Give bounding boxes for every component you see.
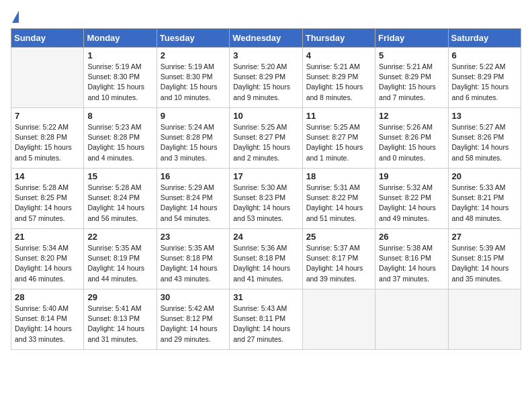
calendar-cell: 15Sunrise: 5:28 AMSunset: 8:24 PMDayligh… — [84, 169, 157, 229]
day-number: 3 — [233, 50, 298, 60]
cell-info: Sunrise: 5:19 AMSunset: 8:30 PMDaylight:… — [161, 62, 226, 103]
calendar-cell: 22Sunrise: 5:35 AMSunset: 8:19 PMDayligh… — [84, 229, 157, 289]
day-number: 8 — [87, 111, 152, 121]
calendar-table: SundayMondayTuesdayWednesdayThursdayFrid… — [11, 28, 521, 350]
day-number: 15 — [87, 171, 152, 181]
cell-info: Sunrise: 5:21 AMSunset: 8:29 PMDaylight:… — [379, 62, 444, 103]
cell-info: Sunrise: 5:32 AMSunset: 8:22 PMDaylight:… — [379, 183, 444, 224]
calendar-cell: 3Sunrise: 5:20 AMSunset: 8:29 PMDaylight… — [230, 48, 302, 108]
calendar-week-5: 28Sunrise: 5:40 AMSunset: 8:14 PMDayligh… — [11, 289, 521, 350]
day-number: 17 — [233, 171, 298, 181]
calendar-cell: 28Sunrise: 5:40 AMSunset: 8:14 PMDayligh… — [11, 289, 84, 350]
cell-info: Sunrise: 5:24 AMSunset: 8:28 PMDaylight:… — [161, 122, 226, 163]
cell-info: Sunrise: 5:39 AMSunset: 8:15 PMDaylight:… — [452, 243, 517, 284]
cell-info: Sunrise: 5:38 AMSunset: 8:16 PMDaylight:… — [379, 243, 444, 284]
day-number: 18 — [306, 171, 371, 181]
cell-info: Sunrise: 5:19 AMSunset: 8:30 PMDaylight:… — [87, 62, 152, 103]
calendar-cell: 7Sunrise: 5:22 AMSunset: 8:28 PMDaylight… — [11, 108, 84, 169]
day-number: 11 — [306, 111, 371, 121]
cell-info: Sunrise: 5:43 AMSunset: 8:11 PMDaylight:… — [233, 304, 298, 345]
page-header — [11, 11, 521, 23]
cell-info: Sunrise: 5:36 AMSunset: 8:18 PMDaylight:… — [233, 243, 298, 284]
calendar-cell: 8Sunrise: 5:23 AMSunset: 8:28 PMDaylight… — [84, 108, 157, 169]
logo-triangle-icon — [12, 11, 19, 23]
column-header-wednesday: Wednesday — [230, 29, 302, 48]
cell-info: Sunrise: 5:21 AMSunset: 8:29 PMDaylight:… — [306, 62, 371, 103]
cell-info: Sunrise: 5:25 AMSunset: 8:27 PMDaylight:… — [233, 122, 298, 163]
calendar-cell — [448, 289, 521, 350]
cell-info: Sunrise: 5:28 AMSunset: 8:24 PMDaylight:… — [87, 183, 152, 224]
cell-info: Sunrise: 5:23 AMSunset: 8:28 PMDaylight:… — [87, 122, 152, 163]
column-header-sunday: Sunday — [11, 29, 84, 48]
column-header-friday: Friday — [375, 29, 448, 48]
day-number: 2 — [161, 50, 226, 60]
cell-info: Sunrise: 5:40 AMSunset: 8:14 PMDaylight:… — [15, 304, 80, 345]
column-header-monday: Monday — [84, 29, 157, 48]
day-number: 10 — [233, 111, 298, 121]
day-number: 21 — [15, 232, 80, 242]
day-number: 1 — [87, 50, 152, 60]
cell-info: Sunrise: 5:29 AMSunset: 8:24 PMDaylight:… — [161, 183, 226, 224]
calendar-cell: 5Sunrise: 5:21 AMSunset: 8:29 PMDaylight… — [375, 48, 448, 108]
day-number: 7 — [15, 111, 80, 121]
calendar-cell: 2Sunrise: 5:19 AMSunset: 8:30 PMDaylight… — [157, 48, 229, 108]
cell-info: Sunrise: 5:37 AMSunset: 8:17 PMDaylight:… — [306, 243, 371, 284]
day-number: 24 — [233, 232, 298, 242]
calendar-cell: 31Sunrise: 5:43 AMSunset: 8:11 PMDayligh… — [230, 289, 302, 350]
calendar-cell: 6Sunrise: 5:22 AMSunset: 8:29 PMDaylight… — [448, 48, 521, 108]
day-number: 23 — [161, 232, 226, 242]
day-number: 25 — [306, 232, 371, 242]
column-header-tuesday: Tuesday — [157, 29, 229, 48]
calendar-cell: 29Sunrise: 5:41 AMSunset: 8:13 PMDayligh… — [84, 289, 157, 350]
day-number: 20 — [452, 171, 517, 181]
calendar-cell: 13Sunrise: 5:27 AMSunset: 8:26 PMDayligh… — [448, 108, 521, 169]
calendar-cell — [302, 289, 375, 350]
cell-info: Sunrise: 5:33 AMSunset: 8:21 PMDaylight:… — [452, 183, 517, 224]
cell-info: Sunrise: 5:30 AMSunset: 8:23 PMDaylight:… — [233, 183, 298, 224]
day-number: 9 — [161, 111, 226, 121]
calendar-week-2: 7Sunrise: 5:22 AMSunset: 8:28 PMDaylight… — [11, 108, 521, 169]
cell-info: Sunrise: 5:26 AMSunset: 8:26 PMDaylight:… — [379, 122, 444, 163]
cell-info: Sunrise: 5:31 AMSunset: 8:22 PMDaylight:… — [306, 183, 371, 224]
calendar-cell: 17Sunrise: 5:30 AMSunset: 8:23 PMDayligh… — [230, 169, 302, 229]
cell-info: Sunrise: 5:28 AMSunset: 8:25 PMDaylight:… — [15, 183, 80, 224]
calendar-cell: 11Sunrise: 5:25 AMSunset: 8:27 PMDayligh… — [302, 108, 375, 169]
day-number: 14 — [15, 171, 80, 181]
cell-info: Sunrise: 5:22 AMSunset: 8:28 PMDaylight:… — [15, 122, 80, 163]
calendar-cell: 16Sunrise: 5:29 AMSunset: 8:24 PMDayligh… — [157, 169, 229, 229]
cell-info: Sunrise: 5:34 AMSunset: 8:20 PMDaylight:… — [15, 243, 80, 284]
day-number: 31 — [233, 292, 298, 302]
cell-info: Sunrise: 5:25 AMSunset: 8:27 PMDaylight:… — [306, 122, 371, 163]
day-number: 30 — [161, 292, 226, 302]
cell-info: Sunrise: 5:22 AMSunset: 8:29 PMDaylight:… — [452, 62, 517, 103]
day-number: 6 — [452, 50, 517, 60]
cell-info: Sunrise: 5:42 AMSunset: 8:12 PMDaylight:… — [161, 304, 226, 345]
calendar-cell: 4Sunrise: 5:21 AMSunset: 8:29 PMDaylight… — [302, 48, 375, 108]
cell-info: Sunrise: 5:41 AMSunset: 8:13 PMDaylight:… — [87, 304, 152, 345]
calendar-cell: 30Sunrise: 5:42 AMSunset: 8:12 PMDayligh… — [157, 289, 229, 350]
day-number: 22 — [87, 232, 152, 242]
day-number: 5 — [379, 50, 444, 60]
calendar-header-row: SundayMondayTuesdayWednesdayThursdayFrid… — [11, 29, 521, 48]
calendar-cell: 19Sunrise: 5:32 AMSunset: 8:22 PMDayligh… — [375, 169, 448, 229]
calendar-cell: 27Sunrise: 5:39 AMSunset: 8:15 PMDayligh… — [448, 229, 521, 289]
column-header-thursday: Thursday — [302, 29, 375, 48]
day-number: 28 — [15, 292, 80, 302]
logo — [11, 11, 19, 23]
calendar-cell: 25Sunrise: 5:37 AMSunset: 8:17 PMDayligh… — [302, 229, 375, 289]
day-number: 16 — [161, 171, 226, 181]
day-number: 12 — [379, 111, 444, 121]
calendar-cell: 21Sunrise: 5:34 AMSunset: 8:20 PMDayligh… — [11, 229, 84, 289]
calendar-cell — [375, 289, 448, 350]
day-number: 27 — [452, 232, 517, 242]
calendar-week-3: 14Sunrise: 5:28 AMSunset: 8:25 PMDayligh… — [11, 169, 521, 229]
calendar-cell: 26Sunrise: 5:38 AMSunset: 8:16 PMDayligh… — [375, 229, 448, 289]
column-header-saturday: Saturday — [448, 29, 521, 48]
calendar-cell: 24Sunrise: 5:36 AMSunset: 8:18 PMDayligh… — [230, 229, 302, 289]
calendar-cell: 23Sunrise: 5:35 AMSunset: 8:18 PMDayligh… — [157, 229, 229, 289]
calendar-week-4: 21Sunrise: 5:34 AMSunset: 8:20 PMDayligh… — [11, 229, 521, 289]
day-number: 4 — [306, 50, 371, 60]
day-number: 29 — [87, 292, 152, 302]
day-number: 13 — [452, 111, 517, 121]
calendar-cell: 14Sunrise: 5:28 AMSunset: 8:25 PMDayligh… — [11, 169, 84, 229]
